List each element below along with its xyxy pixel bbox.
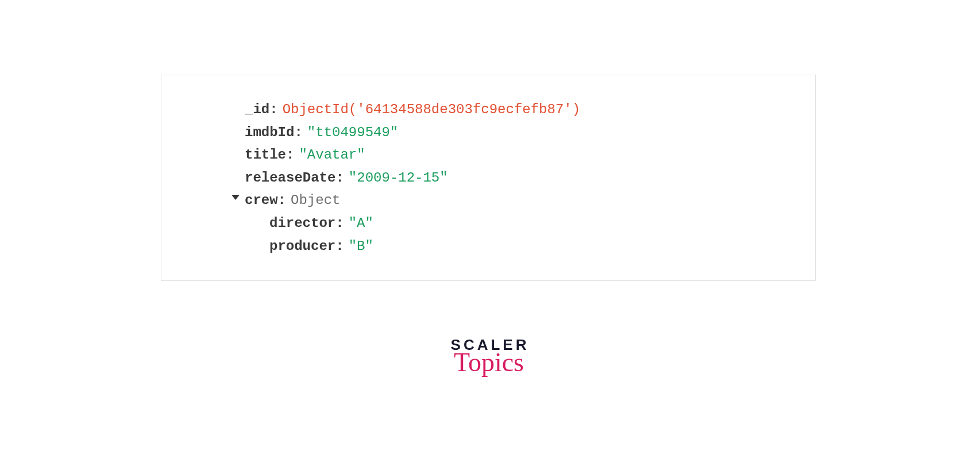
field-value-releaseDate: "2009-12-15" (349, 167, 448, 190)
field-value-crew: Object (291, 189, 340, 212)
field-key-releaseDate: releaseDate (245, 167, 335, 190)
field-key-title: title (245, 144, 286, 167)
field-imdbId: imdbId: "tt0499549" (190, 121, 786, 144)
colon: : (335, 235, 344, 258)
field-key-producer: producer (269, 235, 335, 258)
collapse-toggle-icon[interactable] (232, 195, 240, 200)
colon: : (278, 189, 286, 212)
document-viewer: _id: ObjectId('64134588de303fc9ecfefb87'… (161, 75, 816, 281)
field-value-imdbId: "tt0499549" (307, 121, 398, 144)
field-key-imdbId: imdbId (245, 121, 294, 144)
field-value-producer: "B" (349, 235, 373, 258)
field-value-director: "A" (349, 212, 373, 235)
field-producer: producer: "B" (190, 235, 786, 258)
field-crew: crew: Object (190, 189, 786, 212)
colon: : (294, 121, 302, 144)
field-title: title: "Avatar" (190, 144, 786, 167)
colon: : (335, 167, 344, 190)
field-value-id: ObjectId('64134588de303fc9ecfefb87') (283, 98, 580, 121)
colon: : (335, 212, 344, 235)
scaler-topics-logo: SCALER Topics (451, 336, 530, 377)
colon: : (286, 144, 294, 167)
field-key-id: _id (245, 98, 269, 121)
logo-text-topics: Topics (450, 347, 528, 377)
field-releaseDate: releaseDate: "2009-12-15" (190, 167, 786, 190)
field-key-director: director (269, 212, 335, 235)
colon: : (269, 98, 277, 121)
field-value-title: "Avatar" (299, 144, 365, 167)
field-director: director: "A" (190, 212, 786, 235)
field-id: _id: ObjectId('64134588de303fc9ecfefb87'… (190, 98, 786, 121)
field-key-crew: crew (245, 189, 278, 212)
